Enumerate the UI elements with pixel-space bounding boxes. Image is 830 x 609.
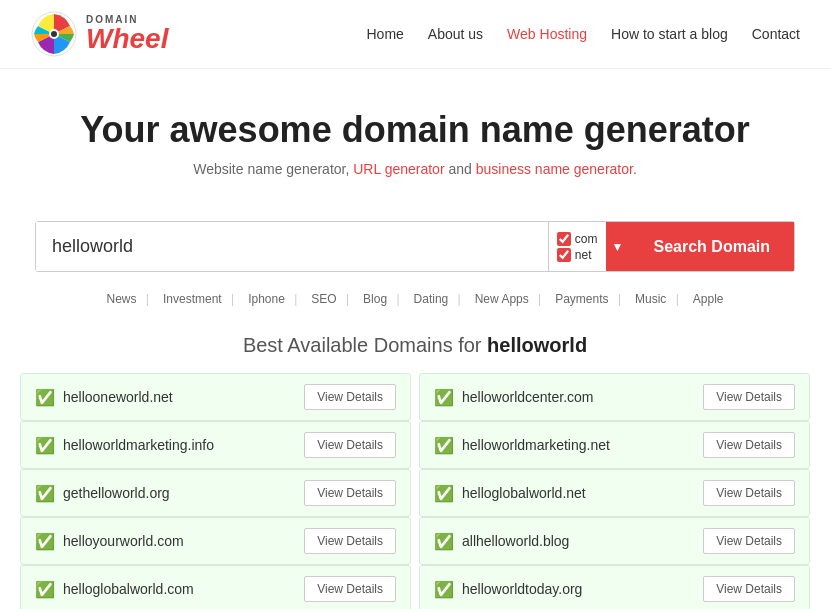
available-icon: ✅ [434,532,454,551]
available-icon: ✅ [434,436,454,455]
nav-contact[interactable]: Contact [752,26,800,42]
available-icon: ✅ [434,484,454,503]
domain-name-wrap: ✅ helloglobalworld.com [35,580,194,599]
domain-name-wrap: ✅ helloworldmarketing.net [434,436,610,455]
tag-apple[interactable]: Apple [689,290,728,308]
domain-name: helloglobalworld.com [63,581,194,597]
search-button[interactable]: Search Domain [630,222,794,271]
view-details-button[interactable]: View Details [703,480,795,506]
domain-name: helloworldcenter.com [462,389,594,405]
tld-com-checkbox[interactable] [557,232,571,246]
search-wrapper: com net ▼ Search Domain [35,221,795,272]
logo-text: DOMAIN Wheel [86,15,168,53]
subtitle-middle: and [445,161,476,177]
domain-item: ✅ helloworldtoday.org View Details [419,565,810,609]
domain-item: ✅ helloworldmarketing.net View Details [419,421,810,469]
results-keyword: helloworld [487,334,587,356]
nav-home[interactable]: Home [366,26,403,42]
available-icon: ✅ [35,532,55,551]
view-details-button[interactable]: View Details [703,384,795,410]
subtitle-text: Website name generator, [193,161,353,177]
domain-name-wrap: ✅ helloworldcenter.com [434,388,594,407]
logo-wheel-label: Wheel [86,25,168,53]
tags-section: NewsInvestmentIphoneSEOBlogDatingNew App… [0,282,830,324]
domain-name: helloyourworld.com [63,533,184,549]
tag-iphone[interactable]: Iphone [244,290,301,308]
hero-subtitle: Website name generator, URL generator an… [20,161,810,177]
tld-com-option[interactable]: com [557,232,598,246]
domain-name-wrap: ✅ allhelloworld.blog [434,532,569,551]
results-title: Best Available Domains for helloworld [20,334,810,357]
navigation: Home About us Web Hosting How to start a… [366,26,800,42]
results-col-left: ✅ hellooneworld.net View Details ✅ hello… [20,373,411,609]
tag-news[interactable]: News [103,290,153,308]
domain-item: ✅ helloworldmarketing.info View Details [20,421,411,469]
domain-item: ✅ helloglobalworld.com View Details [20,565,411,609]
domain-name-wrap: ✅ helloglobalworld.net [434,484,586,503]
tld-com-label: com [575,232,598,246]
tld-selector[interactable]: com net [548,222,606,271]
results-col-right: ✅ helloworldcenter.com View Details ✅ he… [419,373,810,609]
domain-name-wrap: ✅ helloworldtoday.org [434,580,582,599]
domain-item: ✅ allhelloworld.blog View Details [419,517,810,565]
domain-item: ✅ gethelloworld.org View Details [20,469,411,517]
domain-item: ✅ helloglobalworld.net View Details [419,469,810,517]
url-generator-link[interactable]: URL generator [353,161,444,177]
domain-name: helloworldmarketing.net [462,437,610,453]
business-name-link[interactable]: business name generator [476,161,633,177]
svg-point-2 [51,31,57,37]
hero-title: Your awesome domain name generator [20,109,810,151]
domain-item: ✅ helloyourworld.com View Details [20,517,411,565]
nav-blog[interactable]: How to start a blog [611,26,728,42]
results-section: Best Available Domains for helloworld ✅ … [0,324,830,609]
logo[interactable]: DOMAIN Wheel [30,10,168,58]
search-input[interactable] [36,222,548,271]
domain-name: allhelloworld.blog [462,533,569,549]
hero-section: Your awesome domain name generator Websi… [0,69,830,197]
tag-dating[interactable]: Dating [410,290,465,308]
tag-new-apps[interactable]: New Apps [471,290,545,308]
tld-net-checkbox[interactable] [557,248,571,262]
dropdown-arrow-icon: ▼ [612,240,624,254]
view-details-button[interactable]: View Details [304,528,396,554]
domain-item: ✅ hellooneworld.net View Details [20,373,411,421]
tag-investment[interactable]: Investment [159,290,238,308]
tag-payments[interactable]: Payments [551,290,625,308]
tag-blog[interactable]: Blog [359,290,403,308]
tag-seo[interactable]: SEO [307,290,353,308]
domain-name-wrap: ✅ hellooneworld.net [35,388,173,407]
results-title-prefix: Best Available Domains for [243,334,487,356]
tag-music[interactable]: Music [631,290,683,308]
search-section: com net ▼ Search Domain [0,197,830,282]
available-icon: ✅ [35,388,55,407]
available-icon: ✅ [434,388,454,407]
domain-name: gethelloworld.org [63,485,170,501]
view-details-button[interactable]: View Details [703,576,795,602]
available-icon: ✅ [35,436,55,455]
tld-dropdown-button[interactable]: ▼ [606,222,630,271]
domain-name: hellooneworld.net [63,389,173,405]
nav-hosting[interactable]: Web Hosting [507,26,587,42]
domain-name: helloglobalworld.net [462,485,586,501]
domain-name: helloworldmarketing.info [63,437,214,453]
available-icon: ✅ [434,580,454,599]
view-details-button[interactable]: View Details [304,480,396,506]
view-details-button[interactable]: View Details [304,432,396,458]
results-grid: ✅ hellooneworld.net View Details ✅ hello… [20,373,810,609]
logo-icon [30,10,78,58]
domain-name: helloworldtoday.org [462,581,582,597]
available-icon: ✅ [35,580,55,599]
domain-name-wrap: ✅ helloyourworld.com [35,532,184,551]
view-details-button[interactable]: View Details [703,432,795,458]
domain-name-wrap: ✅ helloworldmarketing.info [35,436,214,455]
tld-net-label: net [575,248,592,262]
available-icon: ✅ [35,484,55,503]
nav-about[interactable]: About us [428,26,483,42]
view-details-button[interactable]: View Details [304,384,396,410]
view-details-button[interactable]: View Details [304,576,396,602]
domain-item: ✅ helloworldcenter.com View Details [419,373,810,421]
tld-net-option[interactable]: net [557,248,598,262]
header: DOMAIN Wheel Home About us Web Hosting H… [0,0,830,69]
view-details-button[interactable]: View Details [703,528,795,554]
domain-name-wrap: ✅ gethelloworld.org [35,484,170,503]
